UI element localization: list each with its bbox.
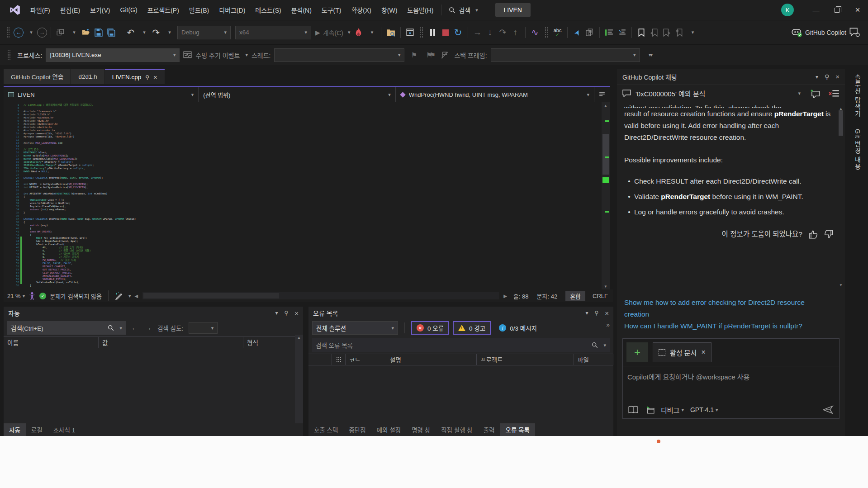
column-header[interactable]: 프로젝트 [477, 354, 574, 365]
panel-scrollbar[interactable]: ▲ [295, 335, 303, 423]
menu-item[interactable]: 보기(V) [85, 0, 115, 20]
search-forward-icon[interactable]: → [144, 323, 152, 332]
active-document-chip[interactable]: 활성 문서 × [653, 342, 711, 362]
zoom-control[interactable]: 21 %▾ [7, 293, 25, 299]
hot-reload-button[interactable] [353, 25, 365, 40]
scrollbar-thumb[interactable] [839, 110, 843, 136]
member-combo[interactable]: WndProc(HWND hwnd, UINT msg, WPARAM▾ [396, 87, 594, 102]
watch-search-input[interactable]: 검색(Ctrl+E) ▾ [7, 321, 126, 335]
save-all-button[interactable] [105, 25, 117, 40]
navigate-forward-button[interactable]: → [37, 28, 47, 38]
scroll-up-icon[interactable]: ▲ [602, 102, 610, 109]
open-file-button[interactable] [80, 25, 92, 40]
step-out-button[interactable]: ↑ [510, 25, 522, 40]
undo-button[interactable]: ↶ [125, 25, 137, 40]
panel-tab[interactable]: 예외 설정 [371, 423, 406, 436]
save-button[interactable] [93, 25, 104, 40]
column-header[interactable]: 이름 [4, 337, 99, 348]
document-health[interactable]: 문제가 검색되지 않음 [50, 292, 102, 300]
new-chat-icon[interactable] [810, 89, 821, 98]
toolbar-overflow[interactable]: ▾▾ [644, 47, 655, 63]
close-icon[interactable]: × [701, 348, 705, 356]
window-position-icon[interactable]: ▾ [816, 74, 818, 80]
panel-tab[interactable]: 중단점 [343, 423, 371, 436]
panel-tab[interactable]: 명령 창 [406, 423, 436, 436]
panel-tab[interactable]: 자동 [4, 423, 26, 436]
quick-search-button[interactable]: 검색 ▾ [449, 5, 478, 14]
panel-tab[interactable]: 로컬 [26, 423, 48, 436]
find-in-files-button[interactable] [385, 25, 397, 40]
menu-item[interactable]: 확장(X) [346, 0, 376, 20]
close-icon[interactable]: × [605, 309, 609, 317]
process-combo[interactable]: [10836] LIVEN.exe▾ [46, 48, 180, 62]
panel-tab[interactable]: 조사식 1 [48, 423, 81, 436]
restore-button[interactable] [826, 0, 847, 20]
github-copilot-status[interactable]: GitHub Copilot [792, 28, 864, 38]
outdent-button[interactable] [616, 25, 628, 40]
scroll-down-icon[interactable]: ▼ [602, 283, 610, 289]
column-header[interactable]: 설명 [386, 354, 477, 365]
window-position-icon[interactable]: ▾ [275, 310, 278, 316]
eol-indicator[interactable]: CRLF [593, 293, 608, 299]
error-column-headers[interactable]: 코드설명프로젝트파일 [308, 354, 613, 365]
chat-input-field[interactable]: Copilot에게 요청하거나 @workspace 사용 [623, 366, 839, 387]
account-avatar[interactable]: K [781, 4, 794, 16]
column-header[interactable]: 값 [99, 337, 243, 348]
scroll-left-icon[interactable]: ◀ [135, 294, 138, 298]
thumbs-down-icon[interactable] [824, 230, 833, 239]
toolbar-drag-handle[interactable] [7, 49, 11, 61]
error-scope-combo[interactable]: 전체 솔루션▾ [312, 321, 398, 335]
stop-button[interactable] [440, 25, 451, 40]
document-tab[interactable]: LIVEN.cpp⚲× [105, 69, 165, 84]
chat-message-area[interactable]: without any validation. To fix this, alw… [617, 102, 845, 292]
ink-pen-icon[interactable] [115, 292, 123, 300]
search-back-icon[interactable]: ← [131, 323, 139, 332]
redo-dropdown[interactable]: ▾ [163, 25, 175, 40]
undo-dropdown[interactable]: ▾ [138, 25, 149, 40]
step-over-button[interactable]: ↷ [497, 25, 509, 40]
stack-frame-combo[interactable]: ▾ [491, 48, 640, 62]
intellisense-button[interactable]: ∿ [529, 25, 541, 40]
clear-bookmarks-button[interactable] [674, 25, 685, 40]
window-position-icon[interactable]: ▾ [585, 310, 588, 316]
show-next-statement-button[interactable]: → [472, 25, 484, 40]
thread-combo[interactable]: ▾ [274, 48, 404, 62]
watch-window-button[interactable] [404, 25, 416, 40]
platform-combo[interactable]: x64▾ [235, 26, 311, 39]
menu-item[interactable]: 도움말(H) [402, 0, 438, 20]
chat-scrollbar[interactable]: ▲ ▼ [838, 102, 844, 292]
messages-filter-button[interactable]: i0/3 메시지 [494, 321, 541, 335]
add-context-button[interactable]: + [626, 342, 648, 362]
minimize-button[interactable]: — [806, 0, 826, 20]
toolbar-drag-handle[interactable] [6, 27, 10, 38]
toolbar-drag-handle[interactable] [420, 27, 423, 38]
hot-reload-dropdown[interactable]: ▾ [365, 25, 377, 40]
panel-tab[interactable]: 직접 실행 창 [436, 423, 478, 436]
indent-button[interactable] [603, 25, 615, 40]
debug-target-icon[interactable] [645, 406, 655, 414]
thread-selector[interactable]: '0xC0000005' 예외 분석 ▾ [617, 85, 845, 102]
panel-title-bar[interactable]: 오류 목록 ▾ ⚲ × [308, 307, 613, 319]
document-tab[interactable]: d2d1.h [71, 69, 104, 84]
pin-icon[interactable]: ⚲ [825, 73, 829, 81]
menu-item[interactable]: 프로젝트(P) [142, 0, 184, 20]
window-search-box[interactable]: LIVEN [495, 3, 531, 17]
toolbar-overflow[interactable]: » [606, 321, 610, 328]
line-indicator[interactable]: 줄: 88 [513, 292, 529, 300]
menu-item[interactable]: 창(W) [376, 0, 402, 20]
editor-vertical-scrollbar[interactable]: ▲ ▼ [602, 102, 610, 289]
menu-item[interactable]: 테스트(S) [250, 0, 286, 20]
watch-column-headers[interactable]: 이름값형식 [4, 336, 303, 348]
spell-check-button[interactable]: abc✓ [552, 25, 564, 40]
panel-tab[interactable]: 오류 목록 [500, 423, 535, 436]
navigate-back-button[interactable]: ← [14, 28, 24, 38]
pin-icon[interactable]: ⚲ [284, 310, 288, 316]
menu-item[interactable]: 편집(E) [55, 0, 85, 20]
pin-icon[interactable]: ⚲ [594, 310, 598, 316]
menu-item[interactable]: 디버그(D) [214, 0, 250, 20]
column-header[interactable]: 형식 [243, 337, 303, 348]
prev-bookmark-button[interactable] [648, 25, 660, 40]
model-selector[interactable]: GPT-4.1▾ [690, 406, 718, 413]
scope-combo[interactable]: (전역 범위)▾ [199, 87, 395, 102]
step-into-button[interactable]: ↓ [484, 25, 496, 40]
